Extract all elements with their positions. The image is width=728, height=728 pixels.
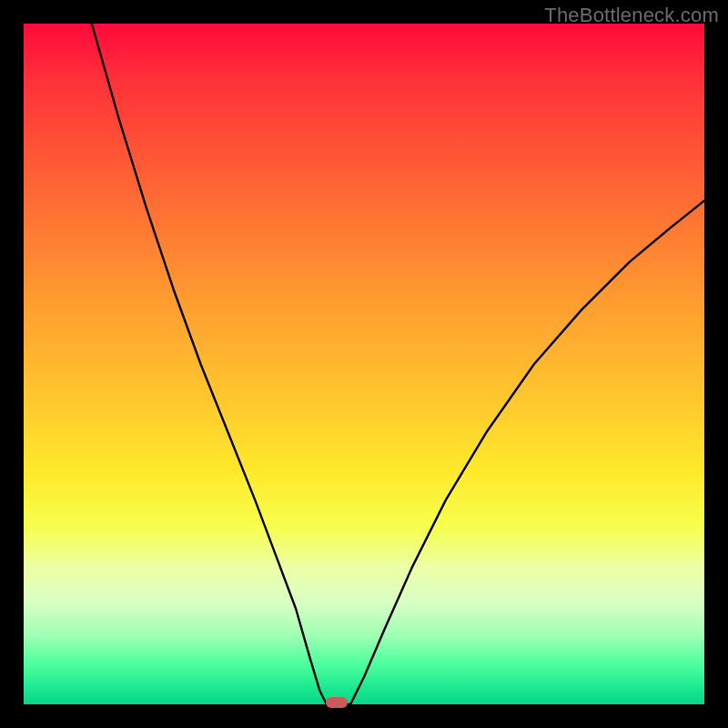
bottleneck-marker <box>326 697 348 708</box>
bottleneck-curve <box>24 24 704 704</box>
chart-frame: TheBottleneck.com <box>0 0 728 728</box>
plot-area <box>24 24 704 704</box>
